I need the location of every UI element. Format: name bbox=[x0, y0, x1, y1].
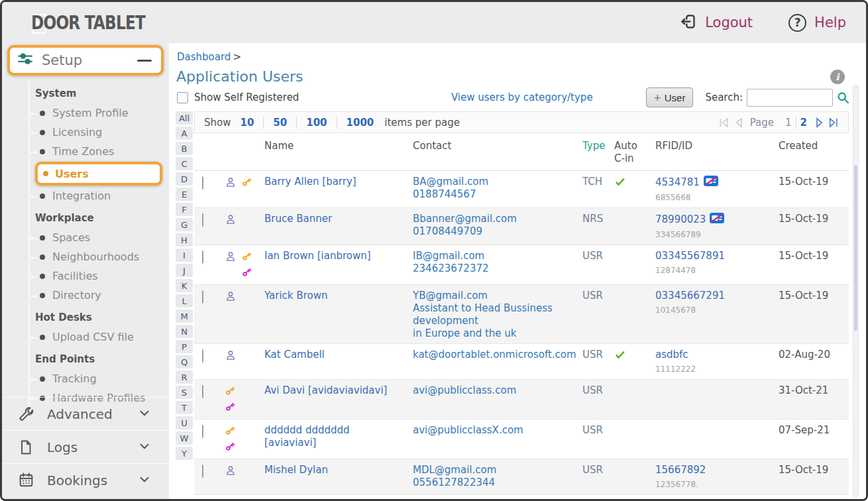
user-type: TCH bbox=[567, 174, 600, 204]
sidebar-item-users[interactable]: Users bbox=[35, 162, 162, 186]
add-user-button[interactable]: User bbox=[646, 87, 694, 107]
alphabet-filter-m[interactable]: M bbox=[176, 309, 193, 323]
alphabet-filter-i[interactable]: I bbox=[176, 249, 193, 262]
bullet-icon bbox=[40, 194, 45, 199]
alphabet-filter-e[interactable]: E bbox=[176, 188, 193, 201]
prev-page-button[interactable] bbox=[734, 117, 743, 128]
page-number-1[interactable]: 1 bbox=[781, 117, 796, 129]
rfid-link[interactable]: asdbfc bbox=[655, 349, 688, 361]
scrollbar-thumb[interactable] bbox=[854, 165, 857, 331]
show-label: Show bbox=[204, 117, 231, 129]
alphabet-filter-d[interactable]: D bbox=[176, 172, 193, 186]
search-input[interactable] bbox=[747, 89, 833, 107]
alphabet-filter-f[interactable]: F bbox=[176, 203, 193, 216]
alphabet-filter-r[interactable]: R bbox=[176, 370, 193, 384]
column-header-rfid[interactable]: RFID/ID bbox=[638, 140, 761, 165]
rfid-link[interactable]: 78990023 bbox=[655, 213, 706, 226]
alphabet-filter-k[interactable]: K bbox=[176, 279, 193, 292]
page-size-50[interactable]: 50 bbox=[273, 117, 297, 129]
sidebar-item-bookings[interactable]: Bookings bbox=[2, 463, 169, 496]
sidebar-item-directory[interactable]: Directory bbox=[30, 286, 169, 305]
row-checkbox[interactable] bbox=[202, 349, 203, 362]
help-button[interactable]: Help bbox=[788, 14, 846, 32]
row-checkbox[interactable] bbox=[202, 425, 203, 438]
user-name-link[interactable]: Yarick Brown bbox=[258, 288, 400, 340]
sidebar-tree: SystemSystem ProfileLicensingTime ZonesU… bbox=[28, 81, 169, 410]
sidebar-item-logs[interactable]: Logs bbox=[2, 430, 169, 463]
row-checkbox[interactable] bbox=[202, 385, 203, 398]
sidebar-item-spaces[interactable]: Spaces bbox=[30, 228, 169, 247]
rfid-secondary: 10145678 bbox=[655, 304, 761, 317]
page-size-100[interactable]: 100 bbox=[306, 117, 337, 129]
alphabet-filter-s[interactable]: S bbox=[176, 386, 193, 399]
logout-button[interactable]: Logout bbox=[679, 13, 753, 33]
sidebar-item-neighbourhoods[interactable]: Neighbourhoods bbox=[30, 247, 169, 266]
rfid-link[interactable]: 03345667291 bbox=[655, 290, 725, 302]
alphabet-filter-c[interactable]: C bbox=[176, 157, 193, 170]
first-page-button[interactable] bbox=[718, 117, 730, 128]
alphabet-filter-j[interactable]: J bbox=[176, 264, 193, 277]
page-size-10[interactable]: 10 bbox=[240, 117, 264, 129]
page-size-1000[interactable]: 1000 bbox=[347, 117, 384, 129]
sidebar-item-tracking[interactable]: Tracking bbox=[30, 369, 169, 388]
row-checkbox[interactable] bbox=[202, 465, 203, 478]
user-name-link[interactable]: Ian Brown [ianbrown] bbox=[258, 249, 400, 281]
rfid-link[interactable]: 15667892 bbox=[655, 464, 706, 476]
rfid-link[interactable]: 4534781 bbox=[655, 176, 700, 189]
user-name-link[interactable]: dddddd ddddddd [aviaviavi] bbox=[258, 423, 400, 455]
alphabet-filter-g[interactable]: G bbox=[176, 218, 193, 231]
sidebar-item-facilities[interactable]: Facilities bbox=[30, 266, 169, 286]
alphabet-filter-p[interactable]: P bbox=[176, 340, 193, 353]
alphabet-filter-all[interactable]: All bbox=[176, 111, 193, 125]
sidebar-item-licensing[interactable]: Licensing bbox=[30, 123, 169, 142]
alphabet-filter-t[interactable]: T bbox=[176, 401, 193, 414]
view-users-by-category-link[interactable]: View users by category/type bbox=[451, 91, 593, 103]
alphabet-filter-q[interactable]: Q bbox=[176, 355, 193, 368]
magenta-key-icon bbox=[241, 266, 252, 281]
sidebar-item-setup[interactable]: Setup bbox=[7, 45, 164, 76]
alphabet-filter-b[interactable]: B bbox=[176, 142, 193, 155]
sidebar-item-system-profile[interactable]: System Profile bbox=[30, 103, 169, 123]
alphabet-filter-a[interactable]: A bbox=[176, 127, 193, 140]
sidebar-item-integration[interactable]: Integration bbox=[30, 186, 169, 205]
info-icon[interactable] bbox=[830, 70, 845, 84]
alphabet-filter-u[interactable]: U bbox=[176, 416, 193, 429]
row-checkbox[interactable] bbox=[202, 176, 203, 190]
user-name-link[interactable]: Kat Cambell bbox=[258, 347, 400, 376]
contact-line: YB@gmail.com bbox=[413, 290, 567, 302]
column-header-created[interactable]: Created bbox=[761, 140, 849, 165]
sidebar-item-advanced[interactable]: Advanced bbox=[2, 397, 169, 430]
table-row: Mishel Dylan MDL@gmail.com0556127822344 … bbox=[194, 459, 849, 495]
column-header-contact[interactable]: Contact bbox=[400, 140, 567, 165]
breadcrumb-dashboard-link[interactable]: Dashboard bbox=[177, 51, 231, 63]
user-name-link[interactable]: Barry Allen [barry] bbox=[258, 174, 400, 204]
page-number-2[interactable]: 2 bbox=[796, 117, 811, 129]
user-contact: kat@doortablet.onmicrosoft.com bbox=[400, 347, 567, 376]
alphabet-filter-n[interactable]: N bbox=[176, 325, 193, 338]
user-name-link[interactable]: Mishel Dylan bbox=[258, 463, 400, 491]
rfid-secondary: 12874478 bbox=[655, 264, 761, 277]
person-icon bbox=[225, 213, 237, 241]
row-checkbox[interactable] bbox=[202, 250, 203, 264]
collapse-icon[interactable] bbox=[137, 60, 152, 62]
column-header-name[interactable]: Name bbox=[258, 140, 400, 165]
alphabet-filter-y[interactable]: Y bbox=[176, 447, 193, 460]
user-name-link[interactable]: Johan4 Famil4 [avitchi] bbox=[258, 498, 400, 499]
column-header-type[interactable]: Type bbox=[567, 140, 600, 165]
rfid-link[interactable]: 03345567891 bbox=[655, 250, 725, 262]
show-self-registered-label: Show Self Registered bbox=[194, 91, 299, 103]
alphabet-filter-l[interactable]: L bbox=[176, 294, 193, 307]
user-name-link[interactable]: Bruce Banner bbox=[258, 211, 400, 241]
alphabet-filter-w[interactable]: W bbox=[176, 431, 193, 445]
alphabet-filter-h[interactable]: H bbox=[176, 233, 193, 247]
show-self-registered-checkbox[interactable] bbox=[177, 92, 188, 103]
next-page-button[interactable] bbox=[816, 117, 824, 128]
user-name-link[interactable]: Avi Davi [avidaviavidavi] bbox=[258, 383, 400, 416]
vertical-scrollbar[interactable] bbox=[853, 85, 859, 497]
last-page-button[interactable] bbox=[829, 117, 840, 128]
search-icon[interactable] bbox=[836, 91, 850, 105]
sidebar-item-time-zones[interactable]: Time Zones bbox=[30, 142, 169, 161]
row-checkbox[interactable] bbox=[202, 213, 203, 227]
row-checkbox[interactable] bbox=[202, 290, 203, 304]
sidebar-item-upload-csv-file[interactable]: Upload CSV file bbox=[30, 327, 169, 347]
